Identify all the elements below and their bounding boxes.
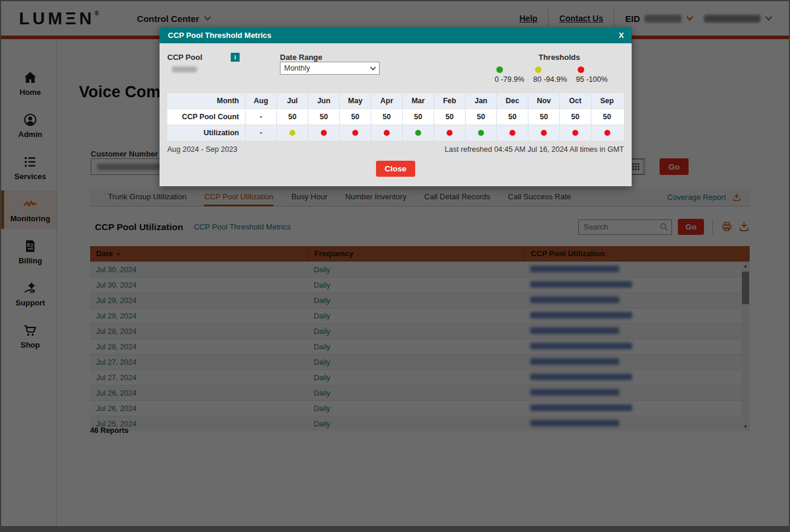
red-dot-icon <box>352 130 358 136</box>
metrics-utilization-value <box>277 125 308 141</box>
legend-item-red: 95 -100% <box>576 66 608 84</box>
metrics-count-row: CCP Pool Count-5050505050505050505050 <box>167 109 624 125</box>
threshold-metrics-table: MonthAugJulJunMayAprMarFebJanDecNovOctSe… <box>167 93 624 141</box>
ccp-pool-block: CCP Pool i <box>167 53 280 84</box>
legend-item-green: 0 -79.9% <box>495 66 524 84</box>
metrics-utilization-value <box>466 125 497 141</box>
ccp-pool-label: CCP Pool <box>167 53 202 62</box>
date-range-block: Date Range Monthly <box>280 53 428 84</box>
ccp-pool-value-redacted <box>172 66 197 72</box>
red-dot-icon <box>572 130 578 136</box>
metrics-month-label: Month <box>167 93 246 109</box>
last-refreshed-text: Last refreshed 04:45 AM Jul 16, 2024 All… <box>445 145 624 154</box>
metrics-utilization-value <box>528 125 560 141</box>
green-dot-icon <box>415 130 421 136</box>
metrics-month-header: Mar <box>403 93 434 109</box>
metrics-utilization-row: Utilization- <box>167 125 624 141</box>
thresholds-title: Thresholds <box>495 53 624 62</box>
metrics-utilization-value <box>340 125 371 141</box>
red-dot-icon <box>541 130 547 136</box>
yellow-dot-icon <box>289 130 295 136</box>
modal-header: CCP Pool Threshold Metrics X <box>160 27 632 43</box>
metrics-count-value: 50 <box>403 109 434 125</box>
info-icon[interactable]: i <box>231 53 240 62</box>
red-dot-icon <box>384 130 390 136</box>
red-dot-icon <box>447 130 453 136</box>
metrics-utilization-value <box>371 125 403 141</box>
date-range-label: Date Range <box>280 53 428 62</box>
modal-close-icon[interactable]: X <box>619 31 624 40</box>
metrics-count-label: CCP Pool Count <box>167 109 246 125</box>
modal-body: CCP Pool i Date Range Monthly Thres <box>160 43 632 186</box>
red-dot-icon <box>604 130 610 136</box>
metrics-utilization-value <box>560 125 591 141</box>
legend-label: 80 -94.9% <box>533 75 567 84</box>
green-dot-icon <box>496 66 503 73</box>
metrics-month-header: Jun <box>308 93 340 109</box>
metrics-month-header: Jul <box>277 93 308 109</box>
metrics-count-value: 50 <box>434 109 466 125</box>
modal-close-button[interactable]: Close <box>376 161 415 177</box>
red-dot-icon <box>509 130 515 136</box>
metrics-count-value: 50 <box>591 109 623 125</box>
legend-item-yellow: 80 -94.9% <box>533 66 567 84</box>
red-dot-icon <box>321 130 327 136</box>
metrics-month-header: Sep <box>591 93 623 109</box>
metrics-utilization-value: - <box>246 125 277 141</box>
application-window: LUMΞN® Control Center Help Contact Us EI… <box>0 0 790 532</box>
metrics-month-header: Oct <box>560 93 591 109</box>
legend-label: 95 -100% <box>576 75 608 84</box>
metrics-count-value: 50 <box>497 109 528 125</box>
metrics-utilization-value <box>591 125 623 141</box>
metrics-utilization-label: Utilization <box>167 125 246 141</box>
metrics-month-header: May <box>340 93 371 109</box>
green-dot-icon <box>478 130 484 136</box>
red-dot-icon <box>578 66 584 73</box>
date-range-text: Aug 2024 - Sep 2023 <box>167 145 237 154</box>
metrics-utilization-value <box>308 125 340 141</box>
legend-label: 0 -79.9% <box>495 75 524 84</box>
metrics-month-header: Jan <box>466 93 497 109</box>
metrics-month-header: Nov <box>528 93 560 109</box>
metrics-count-value: 50 <box>277 109 308 125</box>
metrics-month-header: Aug <box>246 93 277 109</box>
metrics-month-header: Feb <box>434 93 466 109</box>
metrics-month-header: Dec <box>497 93 528 109</box>
yellow-dot-icon <box>535 66 541 73</box>
metrics-count-value: 50 <box>340 109 371 125</box>
metrics-count-value: 50 <box>466 109 497 125</box>
metrics-utilization-value <box>403 125 434 141</box>
thresholds-legend: Thresholds 0 -79.9% 80 -94.9% 95 -100 <box>495 53 624 84</box>
ccp-pool-threshold-metrics-modal: CCP Pool Threshold Metrics X CCP Pool i … <box>160 27 632 186</box>
date-range-select[interactable]: Monthly <box>280 62 380 75</box>
metrics-count-value: 50 <box>371 109 403 125</box>
metrics-utilization-value <box>434 125 466 141</box>
metrics-count-value: 50 <box>528 109 560 125</box>
modal-title: CCP Pool Threshold Metrics <box>168 31 272 40</box>
metrics-month-header: Apr <box>371 93 403 109</box>
metrics-count-value: 50 <box>560 109 591 125</box>
metrics-count-value: 50 <box>308 109 340 125</box>
metrics-header-row: MonthAugJulJunMayAprMarFebJanDecNovOctSe… <box>167 93 624 109</box>
metrics-utilization-value <box>497 125 528 141</box>
metrics-count-value: - <box>246 109 277 125</box>
